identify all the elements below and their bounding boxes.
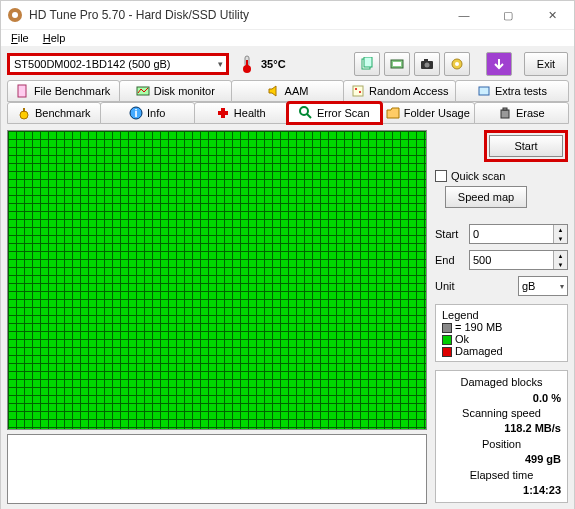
tab-aam[interactable]: AAM bbox=[231, 80, 344, 102]
tab-health[interactable]: Health bbox=[194, 102, 289, 124]
end-field-label: End bbox=[435, 254, 465, 266]
svg-point-18 bbox=[359, 91, 361, 93]
stats-box: Damaged blocks 0.0 % Scanning speed 118.… bbox=[435, 370, 568, 503]
tab-disk-monitor[interactable]: Disk monitor bbox=[119, 80, 232, 102]
damaged-blocks-label: Damaged blocks bbox=[442, 375, 561, 390]
thermometer-icon bbox=[241, 55, 253, 73]
temperature-value: 35°C bbox=[261, 58, 286, 70]
elapsed-value: 1:14:23 bbox=[442, 483, 561, 498]
chevron-down-icon: ▾ bbox=[218, 59, 223, 69]
legend-block-icon bbox=[442, 323, 452, 333]
quick-scan-label: Quick scan bbox=[451, 170, 505, 182]
copy-screenshot-button[interactable] bbox=[384, 52, 410, 76]
menu-file[interactable]: File bbox=[5, 30, 35, 46]
device-select-value: ST500DM002-1BD142 (500 gB) bbox=[14, 58, 171, 70]
svg-text:i: i bbox=[135, 107, 138, 119]
minimize-button[interactable]: — bbox=[442, 1, 486, 29]
start-button[interactable]: Start bbox=[489, 135, 563, 157]
device-select[interactable]: ST500DM002-1BD142 (500 gB) ▾ bbox=[7, 53, 229, 75]
tab-erase[interactable]: Erase bbox=[474, 102, 569, 124]
menu-help[interactable]: Help bbox=[37, 30, 72, 46]
elapsed-label: Elapsed time bbox=[442, 468, 561, 483]
speed-map-button[interactable]: Speed map bbox=[445, 186, 527, 208]
svg-rect-8 bbox=[393, 62, 401, 66]
svg-rect-4 bbox=[246, 60, 248, 68]
svg-point-1 bbox=[12, 12, 18, 18]
position-label: Position bbox=[442, 437, 561, 452]
unit-label: Unit bbox=[435, 280, 465, 292]
svg-rect-19 bbox=[479, 87, 489, 95]
menubar: File Help bbox=[1, 30, 574, 46]
quick-scan-checkbox[interactable] bbox=[435, 170, 447, 182]
maximize-button[interactable]: ▢ bbox=[486, 1, 530, 29]
tab-random-access[interactable]: Random Access bbox=[343, 80, 456, 102]
tabs: File Benchmark Disk monitor AAM Random A… bbox=[1, 80, 574, 124]
end-field[interactable]: 500▲▼ bbox=[469, 250, 568, 270]
svg-point-26 bbox=[300, 107, 308, 115]
legend-damaged-icon bbox=[442, 347, 452, 357]
svg-rect-28 bbox=[501, 110, 509, 118]
scanning-speed-value: 118.2 MB/s bbox=[442, 421, 561, 436]
svg-point-13 bbox=[455, 62, 459, 66]
copy-info-button[interactable] bbox=[354, 52, 380, 76]
toolbar: ST500DM002-1BD142 (500 gB) ▾ 35°C Exit bbox=[1, 46, 574, 80]
svg-rect-21 bbox=[23, 108, 25, 112]
start-field[interactable]: 0▲▼ bbox=[469, 224, 568, 244]
svg-rect-11 bbox=[424, 59, 428, 62]
screenshot-button[interactable] bbox=[414, 52, 440, 76]
position-value: 499 gB bbox=[442, 452, 561, 467]
svg-point-17 bbox=[355, 88, 357, 90]
app-icon bbox=[7, 7, 23, 23]
settings-button[interactable] bbox=[444, 52, 470, 76]
log-textbox[interactable] bbox=[7, 434, 427, 504]
svg-rect-25 bbox=[218, 111, 228, 115]
legend-box: Legend = 190 MB Ok Damaged bbox=[435, 304, 568, 362]
unit-select[interactable]: gB▾ bbox=[518, 276, 568, 296]
legend-ok-icon bbox=[442, 335, 452, 345]
tab-folder-usage[interactable]: Folder Usage bbox=[381, 102, 476, 124]
svg-rect-6 bbox=[364, 57, 372, 67]
tab-file-benchmark[interactable]: File Benchmark bbox=[7, 80, 120, 102]
tab-benchmark[interactable]: Benchmark bbox=[7, 102, 102, 124]
tab-error-scan[interactable]: Error Scan bbox=[287, 102, 382, 124]
exit-button[interactable]: Exit bbox=[524, 52, 568, 76]
svg-point-20 bbox=[20, 111, 28, 119]
damaged-blocks-value: 0.0 % bbox=[442, 391, 561, 406]
scanning-speed-label: Scanning speed bbox=[442, 406, 561, 421]
close-button[interactable]: ✕ bbox=[530, 1, 574, 29]
chevron-down-icon: ▾ bbox=[560, 282, 564, 291]
legend-title: Legend bbox=[442, 309, 561, 321]
window-title: HD Tune Pro 5.70 - Hard Disk/SSD Utility bbox=[29, 8, 442, 22]
save-button[interactable] bbox=[486, 52, 512, 76]
tab-extra-tests[interactable]: Extra tests bbox=[455, 80, 568, 102]
svg-rect-16 bbox=[353, 86, 363, 96]
titlebar: HD Tune Pro 5.70 - Hard Disk/SSD Utility… bbox=[1, 1, 574, 30]
svg-point-10 bbox=[425, 63, 430, 68]
tab-info[interactable]: iInfo bbox=[100, 102, 195, 124]
block-map bbox=[7, 130, 427, 430]
svg-line-27 bbox=[307, 114, 311, 118]
svg-rect-29 bbox=[503, 108, 507, 110]
svg-rect-14 bbox=[18, 85, 26, 97]
start-field-label: Start bbox=[435, 228, 465, 240]
